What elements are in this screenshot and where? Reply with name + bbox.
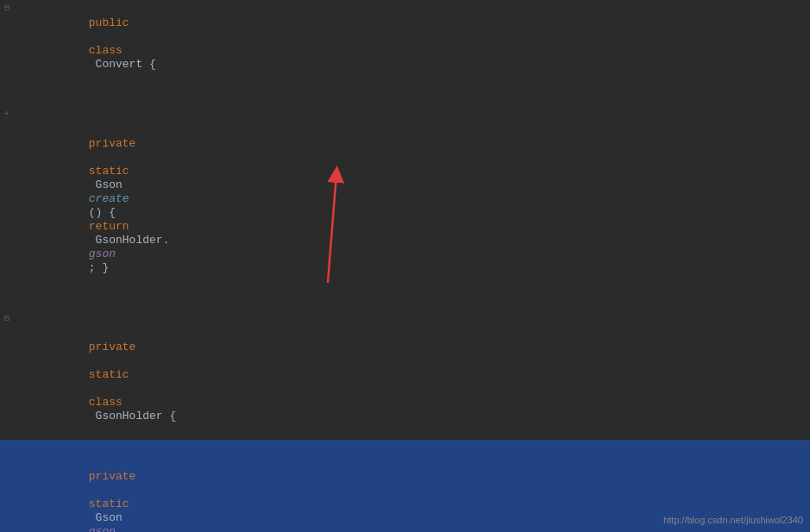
holder-name: GsonHolder { bbox=[89, 410, 176, 422]
line-gutter-e1 bbox=[14, 88, 40, 91]
field-gson-3: gson bbox=[89, 247, 116, 260]
sp-5 bbox=[89, 354, 96, 367]
kw-private-5: private bbox=[89, 341, 136, 354]
line-gutter-6 bbox=[14, 440, 40, 442]
field-gson-6: gson bbox=[89, 525, 116, 532]
indent-3 bbox=[89, 123, 116, 136]
line-gutter-1 bbox=[14, 0, 40, 3]
method-create-3: create bbox=[89, 192, 129, 205]
line-content-e2 bbox=[40, 291, 793, 310]
sp2-6: Gson bbox=[89, 511, 129, 524]
keyword-class-1: class bbox=[89, 44, 122, 57]
end-3: ; } bbox=[89, 261, 109, 274]
line-content-e1 bbox=[40, 88, 793, 107]
line-gutter-5 bbox=[14, 310, 40, 313]
line-gutter-3 bbox=[14, 107, 40, 110]
space bbox=[89, 30, 96, 43]
fold-icon-e2 bbox=[0, 291, 14, 294]
sp-6 bbox=[89, 484, 96, 497]
fold-icon-1[interactable]: ⊟ bbox=[0, 0, 14, 13]
fold-icon-5[interactable]: ⊟ bbox=[0, 310, 14, 323]
kw-private-6: private bbox=[89, 470, 136, 483]
indent-6 bbox=[89, 456, 142, 469]
line-empty-2 bbox=[0, 291, 810, 310]
fold-icon-3[interactable]: + bbox=[0, 107, 14, 119]
kw-class-5: class bbox=[89, 396, 122, 409]
kw-private-3: private bbox=[89, 137, 136, 150]
line-1: ⊟ public class Convert { bbox=[0, 0, 810, 88]
line-content-3: private static Gson create () { return G… bbox=[40, 107, 793, 291]
indent-5 bbox=[89, 327, 116, 340]
line-content-1: public class Convert { bbox=[40, 0, 793, 88]
classname-convert: Convert { bbox=[89, 58, 156, 71]
rest-3: () { bbox=[89, 206, 122, 219]
holder-3: GsonHolder. bbox=[89, 234, 170, 247]
kw-static-6: static bbox=[89, 498, 129, 510]
line-content-5: private static class GsonHolder { bbox=[40, 310, 793, 440]
sp bbox=[89, 151, 96, 164]
fold-icon-6 bbox=[0, 440, 14, 442]
line-empty-1 bbox=[0, 88, 810, 107]
line-3: + private static Gson create () { return… bbox=[0, 107, 810, 291]
sp2-5 bbox=[89, 382, 96, 395]
line-gutter-e2 bbox=[14, 291, 40, 294]
kw-static-5: static bbox=[89, 368, 129, 381]
kw-return-3: return bbox=[89, 220, 129, 233]
line-5: ⊟ private static class GsonHolder { bbox=[0, 310, 810, 440]
watermark: http://blog.csdn.net/jiushiwol2340 bbox=[663, 515, 803, 525]
code-editor: ⊟ public class Convert { + private stati… bbox=[0, 0, 810, 532]
sp2: Gson bbox=[89, 178, 129, 191]
keyword-public-1: public bbox=[89, 16, 129, 29]
kw-static-3: static bbox=[89, 165, 129, 178]
fold-icon-e1 bbox=[0, 88, 14, 91]
